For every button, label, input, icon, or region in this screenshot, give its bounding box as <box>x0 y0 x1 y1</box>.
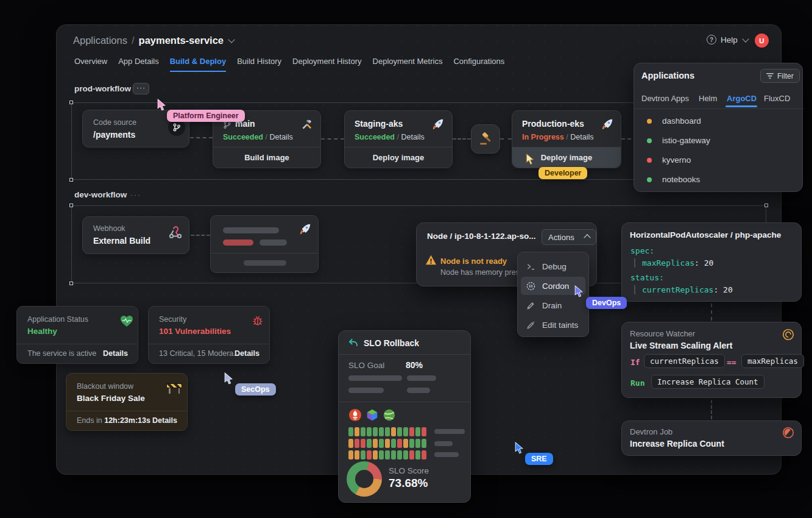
pipeline-connector <box>190 137 213 138</box>
half-moon-progress-icon <box>782 426 795 439</box>
slo-score-label: SLO Score <box>389 466 429 475</box>
cursor-devops <box>573 285 585 298</box>
heatmap-cell <box>415 450 420 459</box>
skeleton-bar <box>434 452 459 457</box>
tab-build-history[interactable]: Build History <box>237 57 281 72</box>
help-menu[interactable]: ? Help <box>707 35 748 44</box>
app-item-istio-gateway[interactable]: istio-gateway <box>662 136 710 145</box>
heatmap-cell <box>367 427 372 436</box>
app-item-kyverno[interactable]: kyverno <box>662 155 691 165</box>
tab-overview[interactable]: Overview <box>74 57 107 72</box>
app-item-notebooks[interactable]: notebooks <box>662 175 700 184</box>
filter-button[interactable]: Filter <box>760 69 800 83</box>
staging-deploy-button[interactable]: Deploy image <box>345 147 452 168</box>
selection-handle[interactable] <box>764 204 768 207</box>
heatmap-cell <box>391 427 396 436</box>
tab-build-deploy[interactable]: Build & Deploy <box>170 57 226 72</box>
chevron-down-icon[interactable] <box>228 36 235 43</box>
apps-tab-argocd[interactable]: ArgoCD <box>727 94 757 103</box>
breadcrumb-app-name[interactable]: payments-service <box>139 35 224 46</box>
production-details-link[interactable]: Details <box>570 133 593 141</box>
heatmap-cell <box>355 427 359 436</box>
application-status-details-link[interactable]: Details <box>103 349 128 358</box>
pipeline-connector <box>191 235 210 236</box>
avatar[interactable]: U <box>755 34 769 48</box>
gavel-icon <box>478 132 493 146</box>
divider <box>634 108 803 109</box>
menu-item-edit-taints[interactable]: Edit taints <box>521 316 585 334</box>
heatmap-cell <box>415 439 420 448</box>
skeleton-bar <box>348 388 384 393</box>
divider <box>339 354 470 355</box>
devtron-job-title: Increase Replica Count <box>630 439 724 449</box>
selection-handle[interactable] <box>69 178 73 182</box>
webhook-icon <box>168 225 183 241</box>
staging-details-link[interactable]: Details <box>401 133 424 141</box>
yaml-current-replicas-line: currentReplicas: 20 <box>634 285 733 294</box>
blackout-window-card[interactable]: Blackout window Black Friday Sale Ends i… <box>66 373 188 431</box>
tab-configurations[interactable]: Configurations <box>453 57 504 72</box>
resource-watcher-panel: Resource Watcher Live Stream Scaling Ale… <box>621 322 802 398</box>
app-status-dot <box>647 138 652 143</box>
apps-tab-helm[interactable]: Helm <box>699 94 717 103</box>
apps-tab-fluxcd[interactable]: FluxCD <box>764 94 790 103</box>
tab-deployment-metrics[interactable]: Deployment Metrics <box>373 57 443 72</box>
security-details-link[interactable]: Details <box>235 349 259 358</box>
selection-handle[interactable] <box>69 204 73 207</box>
skeleton-bar <box>407 388 430 393</box>
heatmap-cell <box>397 427 402 436</box>
webhook-card[interactable]: Webhook External Build <box>82 216 189 254</box>
build-image-button[interactable]: Build image <box>213 147 320 168</box>
skeleton-pipeline-card[interactable] <box>210 215 319 273</box>
selection-handle[interactable] <box>69 282 73 285</box>
apps-tab-devtron[interactable]: Devtron Apps <box>641 94 689 103</box>
application-status-card[interactable]: Application Status Healthy The service i… <box>16 306 138 364</box>
heart-pulse-icon <box>119 314 134 328</box>
slo-goal-value: 80% <box>406 360 423 370</box>
blackout-countdown: 12h:23m:13s <box>104 416 150 425</box>
heatmap-cell <box>403 450 408 459</box>
dev-workflow-menu-button[interactable]: ··· <box>130 190 141 199</box>
build-details-link[interactable]: Details <box>269 133 292 141</box>
cube-icon <box>365 408 379 422</box>
tab-deployment-history[interactable]: Deployment History <box>292 57 361 72</box>
cursor-developer <box>524 153 536 166</box>
heatmap-cell <box>397 450 402 459</box>
warning-icon <box>425 255 437 265</box>
prod-workflow-menu-button[interactable]: ··· <box>133 83 149 94</box>
slo-goal-label: SLO Goal <box>348 361 384 370</box>
blackout-value: Black Friday Sale <box>77 394 145 403</box>
approval-gate-node[interactable] <box>471 124 500 154</box>
security-value: 101 Vulnerabilities <box>159 327 231 336</box>
breadcrumb-section[interactable]: Applications <box>73 35 127 46</box>
heatmap-cell <box>409 439 414 448</box>
run-action-chip: Increase Replica Count <box>651 375 764 389</box>
tab-app-details[interactable]: App Details <box>118 57 158 72</box>
staging-pipeline-card[interactable]: Staging-aks Succeeded / Details Deploy i… <box>344 110 453 168</box>
divider <box>149 344 269 344</box>
selection-handle[interactable] <box>69 101 73 104</box>
menu-item-debug[interactable]: Debug <box>521 257 585 275</box>
actions-button[interactable]: Actions <box>542 229 596 245</box>
heatmap-cell <box>379 427 384 436</box>
staging-status-row: Succeeded / Details <box>355 133 425 141</box>
prometheus-icon <box>348 408 362 422</box>
security-card[interactable]: Security 101 Vulnerabilities 13 Critical… <box>148 306 270 364</box>
skeleton-bar <box>434 429 465 434</box>
cursor-sre <box>514 442 525 455</box>
app-item-dashboard[interactable]: dashboard <box>662 116 701 126</box>
app-status-dot <box>647 158 652 163</box>
production-title: Production-eks <box>522 119 584 129</box>
blackout-kicker: Blackout window <box>77 382 133 391</box>
security-kicker: Security <box>159 315 186 324</box>
devtron-job-panel[interactable]: Devtron Job Increase Replica Count <box>621 420 802 456</box>
hpa-panel-title: HorizontalPodAutoscaler / php-apache <box>630 230 781 239</box>
prod-workflow-label: prod-workflow <box>74 84 131 93</box>
node-warning-title: Node is not ready <box>440 257 507 266</box>
menu-item-drain[interactable]: Drain <box>521 296 585 314</box>
slo-panel-title: SLO Rollback <box>364 338 419 348</box>
blackout-details-link[interactable]: Details <box>152 416 177 425</box>
heatmap-cell <box>403 427 408 436</box>
vertical-connector <box>711 303 712 321</box>
yaml-spec-key: spec: <box>630 246 654 255</box>
